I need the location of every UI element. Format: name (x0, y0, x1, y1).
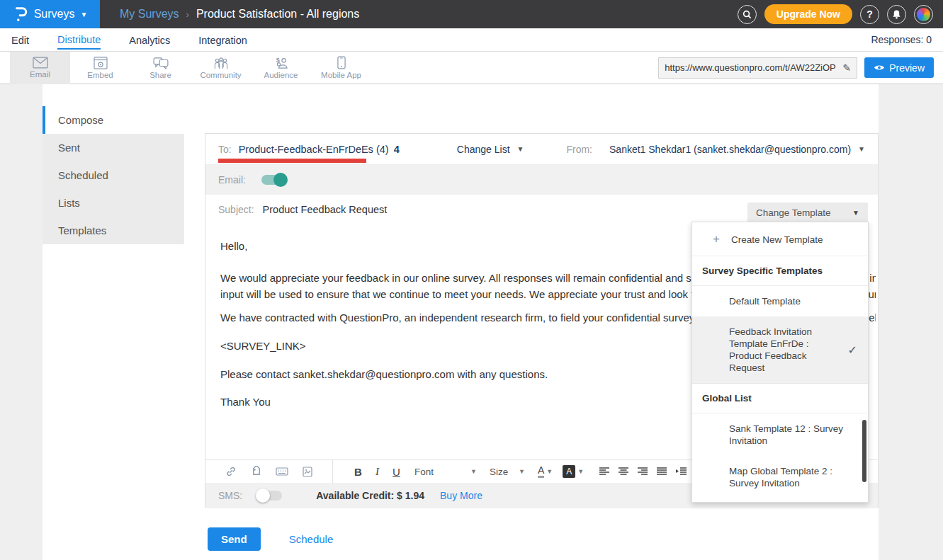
sidebar-item-compose[interactable]: Compose (43, 106, 184, 134)
email-icon (33, 57, 48, 69)
product-label: Surveys (34, 8, 75, 21)
from-sender-dropdown[interactable]: Sanket1 Shekdar1 (sanket.shekdar@questio… (609, 144, 865, 155)
community-icon (213, 57, 229, 69)
sidebar-item-sent[interactable]: Sent (43, 134, 184, 161)
keyboard-icon[interactable] (276, 467, 288, 476)
change-list-dropdown[interactable]: Change List ▼ (457, 144, 524, 155)
mobile-app-icon (337, 56, 346, 69)
indent-icon[interactable] (676, 467, 687, 476)
tab-distribute[interactable]: Distribute (57, 30, 101, 50)
sidebar-item-lists[interactable]: Lists (43, 189, 184, 217)
channel-label: Audience (264, 71, 298, 79)
email-toggle[interactable] (261, 175, 286, 185)
sms-toggle[interactable] (258, 491, 282, 501)
channel-audience[interactable]: $ Audience (251, 52, 311, 84)
subject-input[interactable]: Product Feedback Request (263, 204, 388, 215)
insert-link-icon[interactable] (225, 466, 237, 477)
channel-label: Community (200, 71, 241, 79)
schedule-link[interactable]: Schedule (289, 533, 334, 545)
global-template-list: Sank Template 12 : Survey Invitation Map… (692, 413, 868, 503)
align-right-icon[interactable] (638, 467, 648, 476)
change-list-label: Change List (457, 144, 510, 155)
notifications-button[interactable] (887, 5, 906, 24)
search-button[interactable] (738, 5, 757, 24)
align-left-icon[interactable] (599, 467, 609, 476)
sidebar-item-templates[interactable]: Templates (43, 217, 184, 244)
channel-mobile-app[interactable]: Mobile App (311, 52, 371, 84)
font-size-dropdown[interactable]: Size ▼ (490, 467, 525, 477)
breadcrumb-survey-name: Product Satisfaction - All regions (196, 8, 359, 21)
text-color-button[interactable]: A (538, 465, 544, 478)
font-family-dropdown[interactable]: Font ▼ (414, 467, 477, 477)
topbar-actions: Upgrade Now ? (738, 4, 943, 24)
channel-email[interactable]: Email (10, 52, 70, 84)
survey-nav: Edit Distribute Analytics Integration Re… (0, 28, 943, 52)
to-recipient-count: 4 (394, 144, 400, 155)
upgrade-now-button[interactable]: Upgrade Now (764, 4, 852, 24)
product-switcher[interactable]: Surveys ▼ (0, 0, 100, 28)
change-template-menu: + Create New Template Survey Specific Te… (691, 222, 869, 503)
embed-icon (94, 57, 108, 69)
merge-tag-icon[interactable] (251, 466, 262, 477)
align-center-icon[interactable] (619, 467, 628, 476)
text-color-label: A (538, 464, 544, 476)
chevron-down-icon: ▼ (858, 145, 865, 153)
toggle-knob (273, 173, 288, 187)
chevron-down-icon: ▼ (519, 468, 525, 475)
from-label: From: (566, 144, 592, 155)
help-button[interactable]: ? (860, 5, 879, 24)
survey-url-text: https://www.questionpro.com/t/AW22ZiOP (665, 62, 838, 73)
recipients-row: To: Product-Feedback-EnFrDeEs (4) 4 Chan… (205, 134, 878, 165)
to-list-name[interactable]: Product-Feedback-EnFrDeEs (4) (239, 144, 389, 155)
underline-button[interactable]: U (387, 466, 406, 478)
menu-section-global-list: Global List (692, 384, 868, 413)
channel-label: Share (149, 71, 171, 79)
available-credit: Available Credit: $ 1.94 (316, 490, 424, 501)
menu-item-default-template[interactable]: Default Template (692, 286, 868, 316)
menu-item-map-global-template-2[interactable]: Map Global Template 2 : Survey Invitatio… (692, 456, 868, 498)
channel-embed[interactable]: Embed (70, 52, 130, 84)
tab-integration[interactable]: Integration (198, 30, 247, 49)
menu-item-feedback-invitation-template[interactable]: Feedback Invitation Template EnFrDe : Pr… (692, 316, 868, 384)
menu-scrollbar[interactable] (862, 420, 866, 482)
channel-share[interactable]: Share (130, 52, 191, 84)
preview-button[interactable]: Preview (864, 57, 934, 78)
channel-label: Embed (87, 71, 113, 79)
bold-button[interactable]: B (349, 466, 368, 478)
sidebar-item-scheduled[interactable]: Scheduled (43, 161, 184, 189)
breadcrumb-my-surveys[interactable]: My Surveys (120, 8, 179, 21)
menu-item-test-global-test-g[interactable]: Test Global Test G : Test RAA G (692, 498, 868, 503)
email-toggle-row: Email: (205, 165, 878, 195)
account-avatar[interactable] (914, 5, 933, 24)
survey-url-field[interactable]: https://www.questionpro.com/t/AW22ZiOP ✎ (658, 57, 857, 79)
from-sender-value: Sanket1 Shekdar1 (sanket.shekdar@questio… (609, 144, 851, 155)
align-justify-icon[interactable] (657, 467, 667, 476)
channel-community[interactable]: Community (191, 52, 251, 84)
send-button[interactable]: Send (208, 527, 261, 551)
edit-url-icon[interactable]: ✎ (842, 62, 851, 74)
menu-item-create-new-template[interactable]: + Create New Template (692, 222, 868, 256)
menu-item-sank-template-12[interactable]: Sank Template 12 : Survey Invitation (692, 413, 868, 456)
channel-label: Mobile App (321, 71, 361, 79)
plus-icon: + (713, 232, 720, 246)
avatar-image (917, 8, 930, 21)
highlight-color-button[interactable]: A (563, 465, 575, 478)
change-template-button[interactable]: Change Template ▼ (747, 202, 868, 223)
share-icon (153, 57, 169, 69)
tab-edit[interactable]: Edit (11, 30, 29, 49)
chevron-down-icon: ▼ (546, 468, 553, 475)
chevron-down-icon: ▼ (470, 468, 477, 475)
create-new-template-label: Create New Template (731, 234, 823, 245)
preview-label: Preview (889, 62, 925, 74)
breadcrumb: My Surveys › Product Satisfaction - All … (120, 8, 359, 21)
tab-analytics[interactable]: Analytics (129, 30, 170, 49)
search-icon (742, 10, 752, 19)
channel-label: Email (30, 70, 50, 79)
buy-more-link[interactable]: Buy More (440, 490, 482, 501)
font-size-label: Size (490, 467, 508, 477)
insert-image-icon[interactable] (303, 467, 312, 477)
eye-icon (874, 64, 885, 72)
font-family-label: Font (414, 467, 434, 477)
italic-button[interactable]: I (368, 466, 387, 478)
subject-label: Subject: (218, 204, 254, 215)
